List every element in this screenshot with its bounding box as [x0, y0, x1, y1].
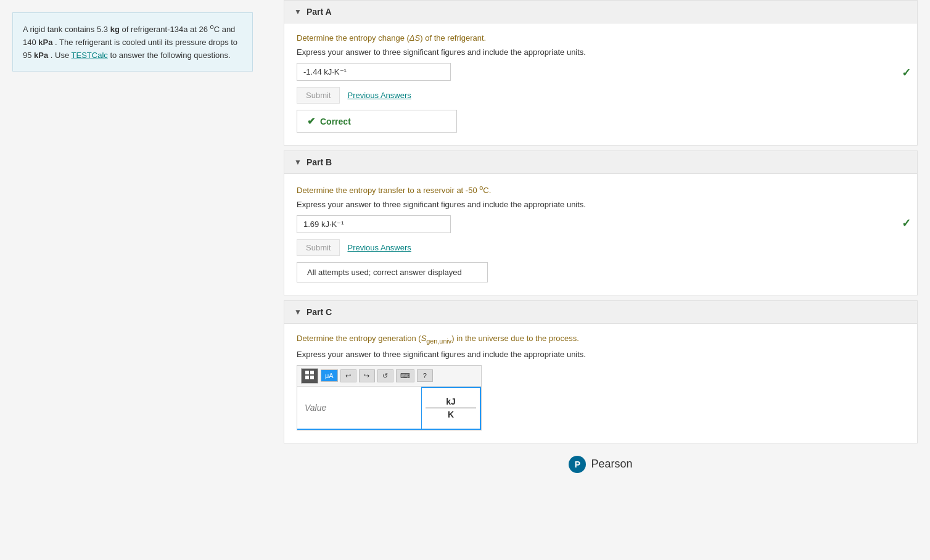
math-toolbar-reset-button[interactable]: ↺: [377, 369, 393, 382]
part-b-instruction: Express your answer to three significant…: [297, 200, 905, 209]
part-b-question: Determine the entropy transfer to a rese…: [297, 184, 905, 195]
part-a-answer-input[interactable]: [297, 63, 451, 81]
part-c-header[interactable]: ▼ Part C: [284, 301, 917, 324]
part-b-submit-button[interactable]: Submit: [297, 239, 340, 256]
pearson-logo: P: [569, 456, 586, 473]
problem-description: A rigid tank contains 5.3 kg of refriger…: [12, 12, 253, 72]
part-b-prev-answers-button[interactable]: Previous Answers: [347, 243, 411, 252]
part-b-action-row: Submit Previous Answers: [297, 239, 905, 256]
part-a-instruction: Express your answer to three significant…: [297, 47, 905, 57]
part-a-section: ▼ Part A ✓ Determine the entropy change …: [284, 0, 918, 146]
part-a-body: Determine the entropy change (ΔS) of the…: [284, 23, 917, 145]
part-c-question: Determine the entropy generation (Sgen,u…: [297, 334, 905, 345]
part-a-arrow: ▼: [294, 7, 302, 16]
part-b-arrow: ▼: [294, 158, 302, 167]
part-a-question: Determine the entropy change (ΔS) of the…: [297, 33, 905, 43]
math-input-container: μA ↩ ↪ ↺ ⌨ ? kJ K: [297, 365, 482, 430]
part-c-body: Determine the entropy generation (Sgen,u…: [284, 324, 917, 443]
math-toolbar-undo-button[interactable]: ↩: [340, 369, 356, 382]
pearson-name: Pearson: [591, 458, 632, 471]
part-b-label: Part B: [307, 157, 332, 167]
pearson-logo-letter: P: [575, 459, 580, 469]
math-unit-box: kJ K: [422, 387, 481, 430]
sidebar: A rigid tank contains 5.3 kg of refriger…: [0, 0, 271, 560]
svg-rect-0: [305, 371, 309, 374]
part-a-check-icon: ✔: [307, 115, 315, 127]
math-toolbar-redo-button[interactable]: ↪: [359, 369, 375, 382]
part-a-correct-badge: ✔ Correct: [297, 110, 457, 133]
page-layout: A rigid tank contains 5.3 kg of refriger…: [0, 0, 930, 560]
part-a-header[interactable]: ▼ Part A ✓: [284, 1, 917, 23]
part-a-prev-answers-button[interactable]: Previous Answers: [347, 91, 411, 100]
part-c-instruction: Express your answer to three significant…: [297, 350, 905, 359]
testcalc-link[interactable]: TESTCalc: [72, 51, 108, 60]
pearson-footer: P Pearson: [284, 456, 918, 473]
svg-rect-1: [310, 371, 314, 374]
part-c-section: ▼ Part C Determine the entropy generatio…: [284, 300, 918, 443]
part-b-answer-input[interactable]: [297, 215, 451, 233]
math-unit-denominator: K: [448, 410, 454, 419]
math-toolbar-keyboard-button[interactable]: ⌨: [396, 369, 414, 382]
part-a-label: Part A: [307, 7, 332, 17]
math-toolbar-grid-button[interactable]: [301, 368, 318, 384]
svg-rect-3: [310, 376, 314, 379]
part-a-submit-button[interactable]: Submit: [297, 87, 340, 104]
part-c-arrow: ▼: [294, 308, 302, 316]
part-c-label: Part C: [307, 307, 332, 317]
part-b-body: Determine the entropy transfer to a rese…: [284, 174, 917, 295]
part-b-attempts-badge: All attempts used; correct answer displa…: [297, 262, 488, 282]
math-value-input[interactable]: [297, 387, 422, 430]
math-toolbar-help-button[interactable]: ?: [417, 369, 433, 382]
part-a-correct-label: Correct: [320, 117, 351, 126]
svg-rect-2: [305, 376, 309, 379]
part-a-checkmark: ✓: [902, 66, 911, 80]
math-input-area: kJ K: [297, 387, 481, 430]
math-toolbar: μA ↩ ↪ ↺ ⌨ ?: [297, 366, 481, 387]
math-toolbar-mu-button[interactable]: μA: [321, 369, 338, 382]
part-a-action-row: Submit Previous Answers: [297, 87, 905, 104]
part-b-section: ▼ Part B ✓ Determine the entropy transfe…: [284, 150, 918, 295]
main-content: ▼ Part A ✓ Determine the entropy change …: [271, 0, 930, 560]
part-b-checkmark: ✓: [902, 216, 911, 230]
part-b-header[interactable]: ▼ Part B ✓: [284, 151, 917, 174]
math-unit-numerator: kJ: [426, 397, 476, 408]
